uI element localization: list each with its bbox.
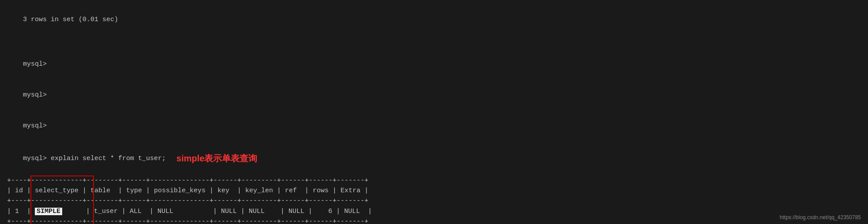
rows-result-line: 3 rows in set (0.01 sec) (7, 4, 861, 35)
prompt-4: mysql> (23, 155, 47, 162)
terminal-output: 3 rows in set (0.01 sec) mysql> mysql> m… (7, 4, 861, 224)
table-sep-top: +----+-------------+--------+------+----… (7, 175, 372, 186)
watermark-text: https://blog.csdn.net/qq_42350785 (780, 214, 861, 220)
prompt-2: mysql> (23, 91, 47, 99)
explain-table: +----+-------------+--------+------+----… (7, 175, 372, 224)
table-row-1: | 1 | SIMPLE | t_user | ALL | NULL | NUL… (7, 206, 372, 217)
prompt-line-1: mysql> (7, 49, 861, 80)
simple-value: SIMPLE (35, 208, 62, 215)
prompt-line-2: mysql> (7, 80, 861, 111)
prompt-1: mysql> (23, 60, 47, 68)
rows-result-text: 3 rows in set (0.01 sec) (23, 16, 118, 23)
command-line: mysql> explain select * from t_user;simp… (7, 141, 861, 175)
blank-line-1 (7, 39, 861, 49)
table-header: | id | select_type | table | type | poss… (7, 186, 372, 196)
command-text: explain select * from t_user; (47, 155, 166, 162)
table-sep-bot: +----+-------------+--------+------+----… (7, 217, 372, 224)
prompt-line-3: mysql> (7, 111, 861, 142)
annotation-text: simple表示单表查询 (176, 153, 257, 163)
prompt-3: mysql> (23, 122, 47, 130)
table-sep-mid: +----+-------------+--------+------+----… (7, 196, 372, 206)
